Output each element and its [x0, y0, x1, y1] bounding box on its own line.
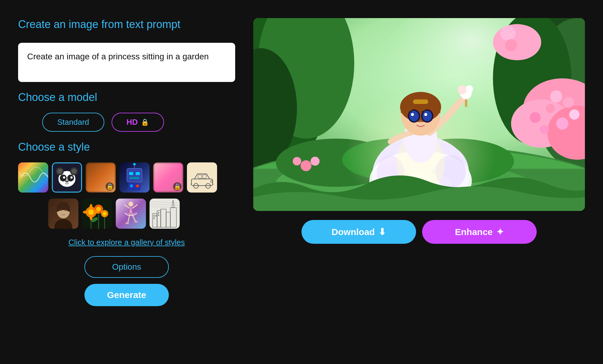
style-thumb-robot[interactable]	[119, 162, 150, 193]
download-icon: ⬇	[378, 227, 386, 237]
lock-icon-portrait: 🔒	[173, 182, 182, 191]
page-title: Create an image from text prompt	[18, 18, 235, 34]
svg-point-132	[293, 157, 301, 165]
svg-rect-0	[18, 162, 48, 193]
prompt-input[interactable]: Create an image of a princess sitting in…	[18, 43, 235, 82]
svg-point-123	[411, 113, 414, 116]
svg-point-86	[546, 104, 555, 113]
download-label: Download	[332, 227, 375, 237]
style-title: Choose a style	[18, 141, 235, 153]
svg-point-10	[70, 176, 73, 179]
right-panel: Download ⬇ Enhance ✦	[253, 18, 585, 244]
main-layout: Create an image from text prompt Create …	[18, 18, 585, 306]
svg-rect-22	[187, 162, 217, 193]
options-button[interactable]: Options	[84, 256, 169, 278]
model-hd-button[interactable]: HD 🔒	[112, 113, 164, 132]
model-standard-button[interactable]: Standard	[42, 113, 104, 132]
svg-point-19	[136, 184, 139, 187]
svg-point-126	[458, 85, 467, 94]
generated-image-container	[253, 18, 585, 211]
lock-icon-blurred1: 🔒	[106, 182, 114, 191]
svg-rect-64	[153, 215, 155, 217]
svg-rect-14	[129, 172, 133, 175]
enhance-icon: ✦	[496, 227, 504, 237]
style-row-2	[18, 199, 235, 229]
lock-icon: 🔒	[141, 118, 149, 126]
left-panel: Create an image from text prompt Create …	[18, 18, 235, 306]
style-thumb-mona-lisa[interactable]	[48, 199, 78, 229]
style-thumb-ballet[interactable]	[116, 199, 146, 229]
model-title: Choose a model	[18, 91, 235, 104]
svg-rect-15	[136, 172, 140, 175]
button-row: Download ⬇ Enhance ✦	[302, 220, 537, 244]
svg-point-45	[103, 212, 106, 215]
svg-point-85	[563, 97, 574, 108]
svg-rect-118	[413, 99, 428, 104]
style-row-1: 🔒	[18, 162, 235, 193]
svg-point-6	[71, 169, 77, 174]
svg-point-57	[134, 221, 138, 223]
style-thumb-panda[interactable]	[52, 162, 82, 193]
svg-rect-16	[129, 177, 140, 179]
svg-point-94	[505, 39, 517, 51]
enhance-button[interactable]: Enhance ✦	[422, 220, 537, 244]
style-thumb-flowers[interactable]	[82, 199, 112, 229]
svg-point-21	[133, 163, 136, 165]
svg-point-92	[500, 26, 516, 41]
gallery-link[interactable]: Click to explore a gallery of styles	[18, 238, 235, 247]
style-thumb-sketch[interactable]	[150, 199, 180, 229]
generated-image	[253, 18, 585, 211]
svg-point-130	[301, 160, 311, 171]
model-buttons: Standard HD 🔒	[18, 113, 235, 132]
svg-point-49	[93, 211, 99, 214]
action-buttons: Download ⬇ Enhance ✦	[253, 220, 585, 244]
svg-point-93	[516, 30, 530, 43]
svg-rect-65	[155, 215, 156, 217]
svg-point-33	[60, 209, 62, 211]
style-thumb-colorful[interactable]	[18, 162, 48, 193]
action-buttons-left: Options Generate	[18, 256, 235, 306]
svg-point-90	[540, 125, 549, 134]
style-thumb-blurred1[interactable]: 🔒	[86, 162, 116, 193]
svg-point-34	[65, 209, 67, 211]
generate-button[interactable]: Generate	[84, 284, 169, 306]
svg-point-51	[128, 202, 133, 206]
svg-point-5	[57, 169, 62, 174]
svg-point-121	[409, 111, 419, 121]
enhance-label: Enhance	[455, 227, 493, 237]
svg-point-48	[83, 211, 89, 214]
style-thumb-vintage-car[interactable]	[187, 162, 217, 193]
svg-point-131	[311, 157, 320, 166]
svg-point-91	[493, 24, 541, 60]
svg-point-127	[466, 85, 473, 93]
model-hd-label: HD	[127, 118, 138, 127]
svg-point-89	[556, 118, 568, 130]
svg-rect-129	[463, 97, 469, 99]
svg-point-56	[125, 222, 129, 224]
svg-point-47	[90, 214, 93, 220]
svg-rect-67	[158, 212, 159, 214]
svg-point-46	[90, 204, 93, 210]
svg-point-88	[530, 112, 541, 123]
svg-point-84	[550, 90, 562, 102]
svg-rect-68	[158, 215, 159, 216]
svg-rect-66	[153, 218, 155, 219]
svg-point-122	[422, 111, 432, 121]
page-title-text: Create an image from text prompt	[18, 18, 235, 31]
svg-point-87	[569, 109, 579, 120]
svg-point-18	[130, 184, 133, 187]
style-section: Choose a style	[18, 141, 235, 247]
model-section: Choose a model Standard HD 🔒	[18, 91, 235, 132]
svg-point-124	[424, 113, 427, 116]
style-thumb-portrait[interactable]: 🔒	[153, 162, 183, 193]
download-button[interactable]: Download ⬇	[302, 220, 416, 244]
svg-rect-13	[127, 168, 142, 182]
svg-point-11	[65, 180, 68, 183]
svg-point-9	[63, 176, 65, 179]
